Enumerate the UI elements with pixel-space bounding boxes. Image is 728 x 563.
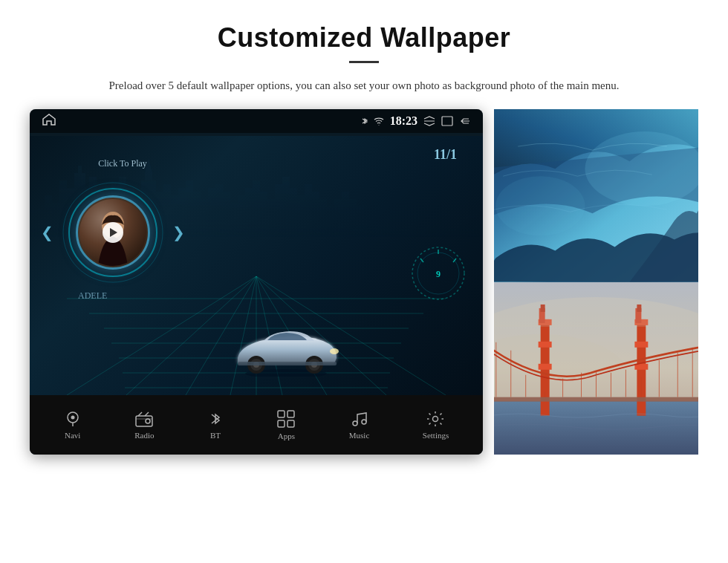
status-icons bbox=[360, 116, 384, 126]
home-icon[interactable] bbox=[42, 114, 56, 128]
status-bar: 18:23 bbox=[30, 109, 483, 133]
svg-rect-37 bbox=[278, 411, 285, 417]
svg-point-36 bbox=[146, 419, 150, 423]
nav-navi[interactable]: Navi bbox=[56, 406, 89, 443]
album-wrapper bbox=[61, 180, 165, 284]
radio-icon bbox=[134, 410, 154, 428]
bt-icon bbox=[207, 410, 224, 428]
radio-label: Radio bbox=[134, 431, 154, 440]
music-label: Music bbox=[349, 431, 370, 440]
page-container: Customized Wallpaper Preload over 5 defa… bbox=[0, 0, 728, 563]
music-icon bbox=[351, 410, 368, 428]
nav-settings[interactable]: Settings bbox=[415, 406, 456, 443]
navi-icon bbox=[64, 410, 82, 428]
svg-point-34 bbox=[71, 416, 74, 420]
gauge-area: 9 bbox=[405, 173, 472, 373]
bt-label: BT bbox=[210, 431, 221, 440]
play-icon bbox=[110, 228, 117, 237]
svg-rect-77 bbox=[494, 282, 698, 327]
car-screen: 18:23 bbox=[30, 109, 483, 455]
wifi-icon bbox=[374, 117, 384, 126]
title-divider bbox=[349, 61, 379, 63]
svg-rect-53 bbox=[539, 341, 552, 347]
status-right: 18:23 bbox=[360, 114, 471, 128]
page-title: Customized Wallpaper bbox=[218, 22, 511, 53]
nav-music[interactable]: Music bbox=[342, 406, 377, 443]
apps-icon bbox=[276, 409, 296, 429]
svg-point-41 bbox=[353, 421, 357, 426]
album-disc[interactable] bbox=[76, 195, 150, 270]
car-main-display: Click To Play ❮ bbox=[30, 136, 483, 395]
expand-icon bbox=[423, 116, 435, 126]
status-time: 18:23 bbox=[390, 114, 417, 128]
subtitle: Preload over 5 default wallpaper options… bbox=[109, 77, 620, 94]
svg-rect-40 bbox=[287, 420, 294, 427]
title-section: Customized Wallpaper bbox=[218, 22, 511, 71]
date-display: 11/1 bbox=[434, 147, 457, 163]
click-to-play-label: Click To Play bbox=[41, 158, 204, 169]
svg-text:9: 9 bbox=[436, 269, 441, 279]
svg-rect-0 bbox=[442, 117, 452, 126]
wallpaper-thumbnails bbox=[494, 109, 698, 455]
car-navigation-bar: Navi Radio bbox=[30, 395, 483, 455]
music-section: Click To Play ❮ bbox=[41, 158, 204, 302]
wallpaper-ice[interactable] bbox=[494, 109, 698, 282]
nav-bt[interactable]: BT bbox=[200, 406, 231, 443]
svg-point-25 bbox=[330, 348, 339, 354]
next-button[interactable]: ❯ bbox=[172, 224, 185, 241]
nav-radio[interactable]: Radio bbox=[127, 406, 161, 443]
content-area: 18:23 bbox=[30, 109, 698, 455]
apps-label: Apps bbox=[278, 432, 295, 440]
settings-label: Settings bbox=[423, 431, 449, 440]
car-image bbox=[227, 325, 345, 377]
svg-point-43 bbox=[433, 417, 438, 422]
artist-name: ADELE bbox=[41, 290, 204, 302]
window-icon bbox=[441, 116, 453, 126]
prev-button[interactable]: ❮ bbox=[41, 224, 53, 241]
nav-apps[interactable]: Apps bbox=[269, 406, 303, 444]
svg-rect-26 bbox=[238, 362, 337, 365]
back-icon bbox=[459, 116, 471, 126]
player-controls: ❮ bbox=[41, 180, 204, 284]
svg-rect-50 bbox=[494, 400, 698, 455]
svg-rect-39 bbox=[278, 420, 285, 427]
svg-point-42 bbox=[362, 420, 366, 424]
bluetooth-icon bbox=[360, 116, 370, 126]
wallpaper-bridge[interactable] bbox=[494, 282, 698, 455]
svg-rect-54 bbox=[539, 363, 552, 369]
play-button[interactable] bbox=[103, 222, 123, 243]
navi-label: Navi bbox=[65, 431, 80, 440]
settings-icon bbox=[426, 410, 445, 428]
svg-rect-38 bbox=[287, 411, 294, 417]
svg-rect-76 bbox=[494, 397, 698, 401]
svg-rect-59 bbox=[634, 341, 648, 347]
